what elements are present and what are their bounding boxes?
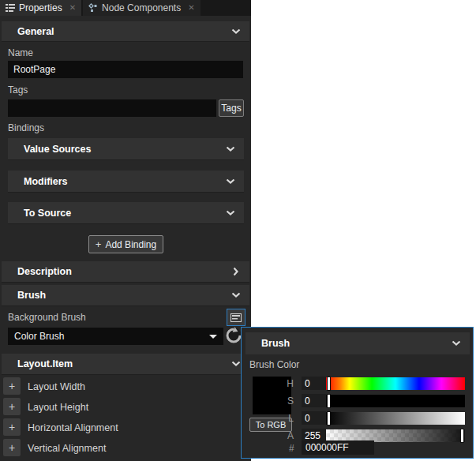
layout-width-label: Layout Width (28, 381, 85, 392)
plus-icon: + (9, 380, 15, 392)
horizontal-alignment-label: Horizontal Alignment (28, 422, 118, 433)
section-header-brush[interactable]: Brush (2, 285, 249, 306)
popup-header-brush[interactable]: Brush (245, 332, 470, 354)
lightness-slider-handle[interactable] (327, 411, 331, 425)
plus-icon: + (96, 238, 102, 250)
chevron-down-icon (231, 362, 241, 367)
hue-slider[interactable] (326, 377, 465, 390)
alpha-label: A (283, 430, 294, 441)
section-title: Value Sources (24, 144, 91, 155)
name-label: Name (8, 47, 33, 58)
plus-icon: + (9, 441, 15, 454)
tab-node-components[interactable]: Node Components ✕ (83, 0, 200, 16)
background-brush-label: Background Brush (8, 312, 86, 323)
tab-label: Properties (19, 2, 62, 13)
tags-button[interactable]: Tags (219, 99, 244, 117)
bindings-label: Bindings (8, 122, 44, 133)
plus-icon: + (9, 421, 15, 433)
tab-bar: Properties ✕ Node Components ✕ (0, 0, 251, 16)
close-icon[interactable]: ✕ (188, 4, 194, 12)
to-rgb-label: To RGB (256, 420, 287, 429)
plus-icon: + (9, 400, 15, 413)
saturation-value-input[interactable] (302, 394, 326, 407)
section-title: Modifiers (24, 176, 68, 187)
section-title: General (17, 26, 54, 37)
chevron-down-icon (226, 178, 235, 184)
chevron-right-icon (234, 267, 239, 276)
hue-slider-handle[interactable] (327, 377, 331, 391)
saturation-slider[interactable] (326, 395, 465, 407)
chevron-down-icon (209, 335, 217, 339)
hex-value-input[interactable] (302, 440, 374, 455)
saturation-slider-handle[interactable] (327, 394, 331, 408)
brush-color-label: Brush Color (249, 359, 299, 370)
tags-label: Tags (8, 84, 28, 96)
section-title: Brush (17, 290, 46, 301)
layout-height-label: Layout Height (28, 402, 88, 413)
brush-editor-button[interactable] (227, 309, 245, 326)
section-header-description[interactable]: Description (2, 261, 249, 283)
section-header-general[interactable]: General (2, 21, 249, 42)
close-icon[interactable]: ✕ (69, 4, 76, 12)
name-input[interactable] (8, 61, 243, 78)
lightness-value-input[interactable] (302, 411, 326, 425)
vertical-alignment-label: Vertical Alignment (28, 443, 106, 454)
add-binding-button[interactable]: + Add Binding (88, 235, 163, 253)
lightness-label: L (283, 413, 294, 424)
panel-editor-icon (231, 313, 242, 322)
chevron-down-icon (452, 341, 461, 347)
add-vertical-alignment-button[interactable]: + (3, 439, 21, 456)
section-title: Layout.Item (17, 358, 73, 369)
add-horizontal-alignment-button[interactable]: + (3, 418, 21, 436)
list-icon (6, 3, 15, 13)
brush-type-selected: Color Brush (14, 331, 64, 342)
chevron-down-icon (226, 146, 235, 152)
add-binding-label: Add Binding (105, 239, 156, 250)
tab-properties[interactable]: Properties ✕ (0, 0, 81, 16)
section-header-modifiers[interactable]: Modifiers (8, 171, 244, 193)
section-title: Brush (261, 338, 290, 349)
tab-label: Node Components (102, 2, 181, 13)
saturation-label: S (283, 395, 294, 407)
brush-type-dropdown[interactable]: Color Brush (8, 328, 223, 345)
section-header-to-source[interactable]: To Source (8, 202, 244, 224)
brush-color-popup: Brush Brush Color To RGB H S L A # (241, 327, 474, 459)
section-header-layout-item[interactable]: Layout.Item (2, 354, 249, 375)
add-layout-width-button[interactable]: + (3, 377, 21, 395)
hue-value-input[interactable] (302, 377, 326, 390)
hex-label: # (289, 443, 294, 454)
section-title: Description (17, 266, 72, 277)
chevron-down-icon (231, 28, 241, 34)
lightness-slider[interactable] (326, 412, 465, 425)
alpha-slider-handle[interactable] (460, 429, 464, 443)
chevron-down-icon (231, 293, 241, 298)
hue-label: H (283, 378, 294, 389)
section-header-value-sources[interactable]: Value Sources (8, 138, 244, 160)
node-components-icon (88, 3, 98, 13)
push-to-binding-icon[interactable] (225, 327, 242, 344)
chevron-down-icon (226, 210, 235, 216)
tags-input[interactable] (8, 99, 216, 117)
add-layout-height-button[interactable]: + (3, 398, 21, 415)
section-title: To Source (24, 208, 71, 219)
properties-panel: Properties ✕ Node Components ✕ General N… (0, 0, 251, 461)
tags-button-label: Tags (221, 103, 241, 114)
